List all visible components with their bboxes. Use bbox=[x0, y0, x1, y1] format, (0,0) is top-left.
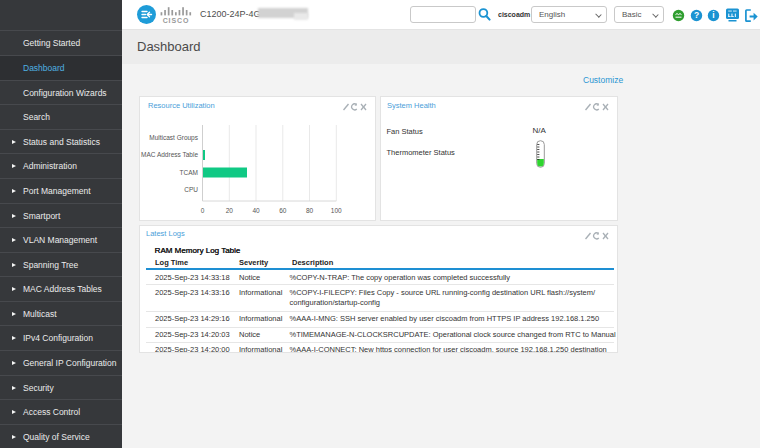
svg-text:CISCO: CISCO bbox=[163, 17, 190, 24]
svg-text:i: i bbox=[712, 10, 714, 20]
svg-text:?: ? bbox=[694, 10, 699, 20]
